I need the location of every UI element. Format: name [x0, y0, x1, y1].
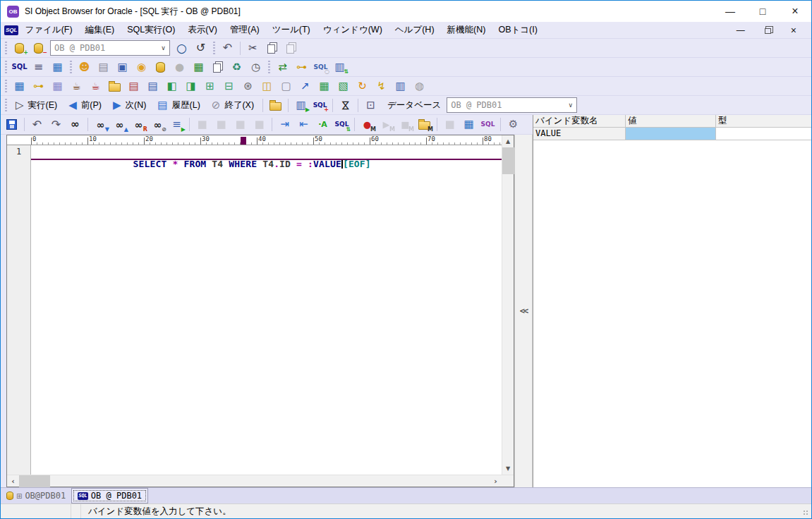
tree-plus-icon[interactable]: ⊞: [201, 78, 219, 94]
computer-icon[interactable]: ▣: [114, 59, 131, 75]
primary-key-icon[interactable]: ⊶: [30, 78, 47, 94]
scheduler-clock-icon[interactable]: ◷: [247, 59, 265, 75]
editor-settings-gear-icon[interactable]: ⚙: [504, 116, 522, 133]
bind-name-cell[interactable]: VALUE: [533, 128, 626, 140]
panel-collapse-splitter[interactable]: <<: [514, 135, 533, 487]
comment-icon[interactable]: ·A: [314, 116, 332, 133]
open-macro-icon[interactable]: M: [416, 116, 433, 133]
table-sync-icon[interactable]: ▥⇅: [331, 59, 349, 75]
stop-circle-icon[interactable]: ○: [173, 39, 190, 56]
synonym-icon[interactable]: ◫: [258, 78, 276, 94]
menu-item-8[interactable]: 新機能(N): [441, 24, 492, 36]
vertical-scrollbar[interactable]: ▲ ▼: [502, 135, 514, 475]
resize-grip[interactable]: [803, 510, 809, 516]
sql-book-icon[interactable]: SQL: [479, 116, 497, 133]
sql-editor[interactable]: 01020304050607080 1 SELECT * FROM T4 WHE…: [6, 135, 514, 487]
find-next-icon[interactable]: ∞▼: [92, 116, 109, 133]
indent-icon[interactable]: ⇥: [276, 116, 293, 133]
package-folder-icon[interactable]: [106, 78, 123, 94]
find-option-icon[interactable]: ∞⊘: [149, 116, 166, 133]
find-icon[interactable]: ∞: [66, 116, 84, 133]
menu-item-5[interactable]: ツール(T): [266, 24, 317, 36]
menu-item-6[interactable]: ウィンドウ(W): [317, 24, 389, 36]
record-macro-icon[interactable]: ●M: [358, 116, 376, 133]
scroll-right-icon[interactable]: ›: [490, 475, 502, 487]
bind-type-cell[interactable]: [716, 128, 811, 140]
vertical-scroll-thumb[interactable]: [502, 147, 514, 174]
toolbar-grip[interactable]: [5, 80, 7, 92]
green-window-icon[interactable]: ◧: [163, 78, 181, 94]
toolbar-grip[interactable]: [5, 99, 7, 111]
mdi-minimize-button[interactable]: —: [732, 25, 749, 36]
toolbar-grip[interactable]: [70, 61, 72, 73]
collapse-rows-icon[interactable]: ⋈: [337, 97, 354, 114]
menu-item-0[interactable]: ファイル(F): [18, 24, 78, 36]
disconnect-database-icon[interactable]: −: [30, 39, 47, 56]
prev-button[interactable]: ◀前(P): [63, 97, 107, 114]
close-button[interactable]: ×: [779, 1, 811, 22]
undo-edit-icon[interactable]: ↶: [28, 116, 46, 133]
horizontal-scroll-thumb[interactable]: [19, 475, 50, 487]
refresh-group-icon[interactable]: ↻: [353, 78, 371, 94]
sql-format-icon[interactable]: SQL⇅: [333, 116, 351, 133]
undo-icon[interactable]: ↶: [219, 39, 236, 56]
chevron-down-icon[interactable]: ∨: [157, 44, 169, 51]
recycle-bin-icon[interactable]: ♻: [228, 59, 246, 75]
select-sql-icon[interactable]: ≡▶: [168, 116, 186, 133]
next-button[interactable]: ▶次(N): [107, 97, 152, 114]
function-cup-icon[interactable]: ☕: [87, 78, 104, 94]
scroll-left-icon[interactable]: ‹: [7, 475, 19, 487]
segment-icon[interactable]: ●: [171, 59, 188, 75]
profile-window-icon[interactable]: ▥: [392, 78, 409, 94]
scroll-up-icon[interactable]: ▲: [502, 135, 514, 147]
connection-combo[interactable]: OB @ PDB01∨: [50, 40, 170, 56]
menu-item-4[interactable]: 管理(A): [224, 24, 266, 36]
sql-add-icon[interactable]: SQL+: [311, 97, 329, 114]
database-combo[interactable]: OB @ PDB01∨: [447, 97, 577, 113]
trigger-lightning-icon[interactable]: ↯: [372, 78, 390, 94]
redo-log-icon[interactable]: [209, 59, 226, 75]
code-area[interactable]: SELECT * FROM T4 WHERE T4.ID = :VALUE[EO…: [31, 145, 502, 475]
user-icon[interactable]: ☻: [75, 59, 93, 75]
toolbar-grip[interactable]: [5, 61, 7, 73]
db-link-icon[interactable]: ↗: [296, 78, 314, 94]
mdi-close-button[interactable]: ×: [787, 24, 801, 37]
import-export-icon[interactable]: ⇄: [274, 59, 291, 75]
open-folder-icon[interactable]: [267, 97, 284, 114]
lightbulb-icon[interactable]: ◍: [411, 78, 428, 94]
menu-item-2[interactable]: SQL実行(O): [121, 24, 181, 36]
sql-search-icon[interactable]: SQL◌: [312, 59, 329, 75]
gray-window-icon[interactable]: ▢: [277, 78, 295, 94]
procedure-cup-icon[interactable]: ☕: [68, 78, 85, 94]
green-window-icon-2[interactable]: ◨: [182, 78, 200, 94]
find-prev-icon[interactable]: ∞▲: [111, 116, 128, 133]
menu-item-3[interactable]: 表示(V): [181, 24, 224, 36]
menu-item-9[interactable]: OBトコ(I): [492, 24, 543, 36]
maximize-button[interactable]: □: [746, 1, 779, 22]
scroll-down-icon[interactable]: ▼: [502, 463, 514, 475]
toolbar-grip[interactable]: [268, 61, 270, 73]
rollback-icon[interactable]: ↺: [192, 39, 210, 56]
menu-item-7[interactable]: ヘルプ(H): [389, 24, 441, 36]
script-icon[interactable]: ≡: [30, 59, 47, 75]
minimize-button[interactable]: —: [714, 1, 746, 22]
view-icon[interactable]: ▤: [125, 78, 143, 94]
redo-edit-icon[interactable]: ↷: [47, 116, 65, 133]
cut-icon[interactable]: ✂: [244, 39, 262, 56]
bind-value-cell[interactable]: [626, 128, 716, 140]
materialized-view-icon[interactable]: ▦: [315, 78, 333, 94]
index-table-icon[interactable]: ▦: [49, 78, 66, 94]
memory-icon[interactable]: ▦: [190, 59, 207, 75]
table-icon[interactable]: ▦: [11, 78, 28, 94]
table-output-icon[interactable]: ▥▶: [292, 97, 310, 114]
session-icon[interactable]: ▤: [95, 59, 112, 75]
horizontal-scrollbar[interactable]: ‹ ›: [7, 475, 502, 487]
execute-button[interactable]: ▷実行(E): [10, 97, 63, 114]
formula-window-icon[interactable]: ▤: [144, 78, 162, 94]
save-icon[interactable]: [3, 116, 20, 133]
replace-icon[interactable]: ∞R: [130, 116, 147, 133]
mdi-restore-button[interactable]: [761, 26, 775, 35]
view-log-icon[interactable]: ▧: [334, 78, 352, 94]
result-grid-icon[interactable]: ▦: [460, 116, 478, 133]
copy-icon[interactable]: [263, 39, 281, 56]
